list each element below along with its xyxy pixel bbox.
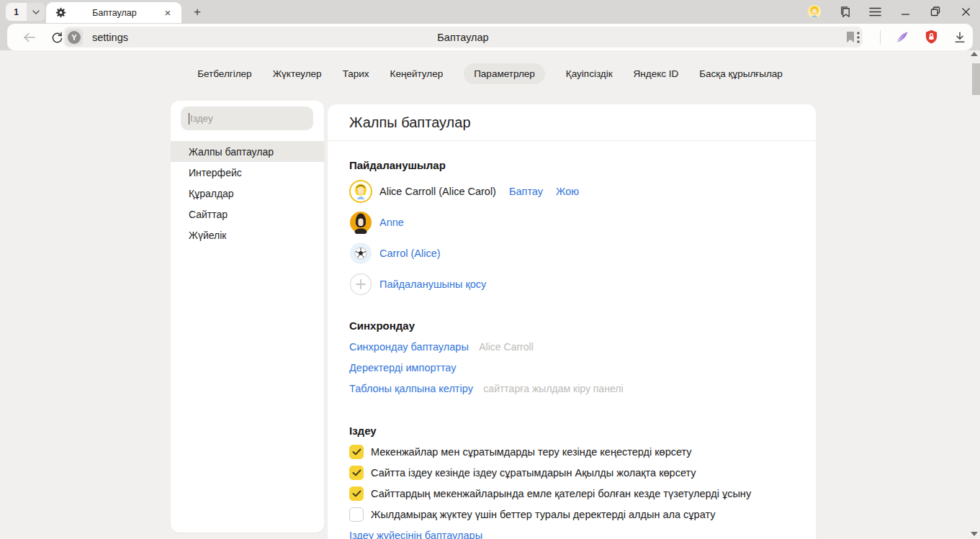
checkbox-suggestions[interactable] — [349, 445, 364, 459]
sidebar-item-system[interactable]: Жүйелік — [171, 225, 324, 245]
url-text[interactable]: settings — [92, 32, 128, 43]
import-data-link[interactable]: Деректерді импорттау — [349, 362, 457, 373]
close-window-icon[interactable] — [958, 4, 973, 19]
text-caret — [189, 113, 189, 124]
scrollbar-up-arrow[interactable] — [971, 52, 978, 56]
toolbar-kebab-icon[interactable] — [851, 30, 866, 45]
new-tab-button[interactable]: + — [189, 4, 206, 21]
add-user-row[interactable]: Пайдаланушыны қосу — [349, 273, 794, 296]
omnibar: Y settings Баптаулар — [7, 24, 973, 50]
address-bar[interactable]: Y settings Баптаулар — [63, 27, 863, 47]
checkbox-label: Сайтта іздеу кезінде іздеу сұратымдарын … — [371, 467, 696, 479]
tab-count[interactable]: 1 — [6, 3, 27, 21]
add-user-link[interactable]: Пайдаланушыны қосу — [379, 278, 486, 290]
section-title-sync: Синхрондау — [349, 318, 794, 334]
avatar-carrol — [349, 242, 372, 265]
scrollbar-down-arrow[interactable] — [971, 532, 978, 536]
section-title-search: Іздеу — [349, 423, 794, 439]
user-link-anne[interactable]: Anne — [379, 217, 404, 228]
avatar-alice-carroll — [349, 180, 372, 203]
nav-tab-security[interactable]: Қауіпсіздік — [566, 63, 613, 84]
avatar-anne — [349, 211, 372, 234]
sidebar-item-general[interactable]: Жалпы баптаулар — [171, 141, 324, 162]
settings-nav-tabs: Бетбелгілер Жүктеулер Тарих Кеңейтулер П… — [0, 63, 980, 84]
nav-tab-yandex-id[interactable]: Яндекс ID — [634, 63, 679, 84]
checkbox-label: Жылдамырақ жүктеу үшін беттер туралы дер… — [371, 509, 715, 520]
sync-settings-row: Синхрондау баптаулары Alice Carroll — [349, 340, 794, 354]
section-title-users: Пайдаланушылар — [349, 158, 794, 173]
reload-icon[interactable] — [49, 30, 65, 45]
sidebar-item-tools[interactable]: Құралдар — [171, 183, 324, 204]
search-engine-settings-row: Іздеу жүйесінің баптаулары — [349, 528, 794, 539]
nav-tab-other-devices[interactable]: Басқа құрылғылар — [699, 63, 783, 84]
extension-feather-icon[interactable] — [895, 30, 909, 45]
restore-tableau-hint: сайттарға жылдам кіру панелі — [483, 383, 623, 394]
chevron-down-icon[interactable] — [27, 3, 45, 21]
user-name-alice: Alice Carroll (Alice Carol) — [379, 186, 496, 197]
checkbox-prefetch[interactable] — [349, 507, 364, 522]
tab-title: Баптаулар — [68, 8, 161, 18]
add-user-plus-icon — [349, 273, 372, 296]
toolbar-divider — [880, 30, 881, 45]
checkbox-row-suggestions: Мекенжайлар мен сұратымдарды теру кезінд… — [349, 445, 794, 459]
page-title: Жалпы баптаулар — [349, 114, 471, 131]
user-configure-link[interactable]: Баптау — [509, 186, 543, 197]
nav-tab-extensions[interactable]: Кеңейтулер — [390, 63, 444, 84]
search-placeholder: Іздеу — [190, 113, 213, 124]
downloads-icon[interactable] — [953, 30, 967, 45]
bookmarks-panel-icon[interactable] — [837, 4, 852, 19]
site-favicon[interactable]: Y — [66, 29, 83, 46]
page-title-centered: Баптаулар — [63, 32, 863, 43]
sidebar-item-interface[interactable]: Интерфейс — [171, 162, 324, 183]
sync-settings-hint: Alice Carroll — [479, 341, 533, 353]
search-engine-settings-link[interactable]: Іздеу жүйесінің баптаулары — [349, 530, 482, 539]
sidebar-item-sites[interactable]: Сайттар — [171, 204, 324, 225]
checkbox-row-site-search: Сайтта іздеу кезінде іздеу сұратымдарын … — [349, 466, 794, 480]
nav-tab-settings[interactable]: Параметрлер — [464, 63, 545, 84]
minimize-window-icon[interactable] — [898, 4, 912, 19]
back-icon[interactable] — [22, 30, 37, 45]
restore-window-icon[interactable] — [928, 4, 943, 19]
checkbox-label: Сайттардың мекенжайларында емле қателері… — [371, 488, 751, 499]
checkbox-label: Мекенжайлар мен сұратымдарды теру кезінд… — [371, 446, 692, 458]
gear-icon — [53, 6, 68, 20]
checkbox-spelling[interactable] — [349, 486, 364, 501]
checkbox-site-search[interactable] — [349, 466, 364, 480]
protect-shield-icon[interactable] — [924, 30, 938, 45]
user-row-anne: Anne — [349, 211, 794, 234]
user-delete-link[interactable]: Жою — [556, 186, 579, 197]
nav-tab-bookmarks[interactable]: Бетбелгілер — [197, 63, 251, 84]
yandex-browser-icon: Y — [68, 31, 81, 44]
restore-tableau-row: Таблоны қалпына келтіру сайттарға жылдам… — [349, 381, 794, 396]
settings-sidebar: Іздеу Жалпы баптаулар Интерфейс Құралдар… — [171, 101, 324, 533]
scrollbar-thumb[interactable] — [972, 63, 980, 95]
nav-tab-history[interactable]: Тарих — [343, 63, 369, 84]
import-data-row: Деректерді импорттау — [349, 361, 794, 375]
user-row-alice: Alice Carroll (Alice Carol) Баптау Жою — [349, 180, 794, 203]
nav-tab-downloads[interactable]: Жүктеулер — [273, 63, 322, 84]
profile-avatar[interactable] — [807, 4, 822, 19]
user-row-carrol: Carrol (Alice) — [349, 242, 794, 265]
tab-group-counter[interactable]: 1 — [6, 3, 45, 21]
user-link-carrol[interactable]: Carrol (Alice) — [379, 248, 441, 259]
checkbox-row-prefetch: Жылдамырақ жүктеу үшін беттер туралы дер… — [349, 507, 794, 522]
close-tab-icon[interactable]: × — [161, 6, 174, 19]
tab-strip: 1 Баптаулар × + — [0, 0, 980, 23]
checkbox-row-spelling: Сайттардың мекенжайларында емле қателері… — [349, 486, 794, 501]
search-input[interactable]: Іздеу — [181, 107, 313, 130]
sidebar-menu: Жалпы баптаулар Интерфейс Құралдар Сайтт… — [171, 141, 324, 245]
restore-tableau-link[interactable]: Таблоны қалпына келтіру — [349, 383, 473, 394]
sync-settings-link[interactable]: Синхрондау баптаулары — [349, 341, 469, 353]
browser-toolbar: Y settings Баптаулар — [0, 23, 980, 50]
menu-hamburger-icon[interactable] — [868, 4, 882, 19]
main-header: Жалпы баптаулар — [328, 104, 816, 141]
settings-main-panel: Жалпы баптаулар Пайдаланушылар — [328, 104, 816, 539]
browser-tab-settings[interactable]: Баптаулар × — [46, 2, 181, 23]
